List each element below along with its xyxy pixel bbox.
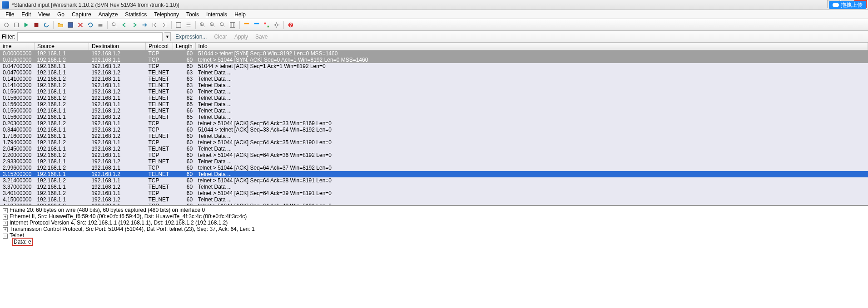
zoom-in-icon[interactable]	[198, 20, 207, 29]
packet-list-header[interactable]: ime Source Destination Protocol Length I…	[0, 43, 868, 50]
options-icon[interactable]	[12, 20, 21, 29]
filter-toolbar: Filter: ▼ Expression... Clear Apply Save	[0, 31, 868, 43]
svg-rect-13	[264, 22, 266, 24]
menu-file[interactable]: File	[2, 10, 18, 19]
packet-row[interactable]: 2.04500000192.168.1.1192.168.1.2TELNET60…	[0, 146, 868, 152]
go-first-icon[interactable]	[150, 20, 159, 29]
packet-row[interactable]: 0.14100000192.168.1.2192.168.1.1TELNET63…	[0, 82, 868, 88]
col-source[interactable]: Source	[34, 43, 89, 50]
menu-analyze[interactable]: Analyze	[95, 10, 122, 19]
packet-row[interactable]: 1.79400000192.168.1.2192.168.1.1TCP60tel…	[0, 139, 868, 146]
col-time[interactable]: ime	[0, 43, 34, 50]
menu-telephony[interactable]: Telephony	[150, 10, 183, 19]
filter-input[interactable]	[17, 32, 163, 41]
tree-tcp[interactable]: Transmission Control Protocol, Src Port:…	[2, 226, 866, 232]
upload-button[interactable]: 拖拽上传	[829, 1, 866, 9]
zoom-out-icon[interactable]	[208, 20, 217, 29]
packet-row[interactable]: 0.04700000192.168.1.1192.168.1.2TELNET63…	[0, 69, 868, 76]
go-back-icon[interactable]	[120, 20, 129, 29]
resize-columns-icon[interactable]	[228, 20, 237, 29]
tree-frame[interactable]: Frame 20: 60 bytes on wire (480 bits), 6…	[2, 207, 866, 213]
packet-detail-pane[interactable]: Frame 20: 60 bytes on wire (480 bits), 6…	[0, 206, 868, 260]
menu-statistics[interactable]: Statistics	[121, 10, 150, 19]
packet-list-pane[interactable]: ime Source Destination Protocol Length I…	[0, 43, 868, 206]
auto-scroll-icon[interactable]	[184, 20, 193, 29]
print-icon[interactable]	[96, 20, 105, 29]
display-filters-icon[interactable]	[252, 20, 261, 29]
close-file-icon[interactable]	[76, 20, 85, 29]
tree-telnet[interactable]: Telnet	[2, 232, 866, 239]
coloring-rules-icon[interactable]	[262, 20, 271, 29]
tree-telnet-data[interactable]: Data: e	[11, 239, 866, 245]
open-file-icon[interactable]	[56, 20, 65, 29]
menu-internals[interactable]: Internals	[203, 10, 231, 19]
restart-capture-icon[interactable]	[42, 20, 51, 29]
packet-row[interactable]: 3.21400000192.168.1.2192.168.1.1TCP60tel…	[0, 177, 868, 184]
expression-button[interactable]: Expression...	[173, 34, 209, 40]
packet-row[interactable]: 2.93300000192.168.1.1192.168.1.2TELNET60…	[0, 158, 868, 165]
reload-icon[interactable]	[86, 20, 95, 29]
col-protocol[interactable]: Protocol	[145, 43, 173, 50]
packet-row[interactable]: 0.00000000192.168.1.1192.168.1.2TCP60510…	[0, 50, 868, 57]
packet-row[interactable]: 0.15600000192.168.1.1192.168.1.2TELNET60…	[0, 88, 868, 95]
packet-row[interactable]: 2.20000000192.168.1.2192.168.1.1TCP60tel…	[0, 152, 868, 158]
apply-button[interactable]: Apply	[232, 34, 251, 40]
zoom-reset-icon[interactable]	[218, 20, 227, 29]
menu-go[interactable]: Go	[54, 10, 68, 19]
packet-row[interactable]: 0.20300000192.168.1.2192.168.1.1TCP60tel…	[0, 120, 868, 127]
svg-point-15	[275, 24, 278, 26]
save-file-icon[interactable]	[66, 20, 75, 29]
find-icon[interactable]	[110, 20, 119, 29]
menu-capture[interactable]: Capture	[68, 10, 95, 19]
expand-icon[interactable]	[3, 208, 8, 213]
packet-row[interactable]: 0.04700000192.168.1.1192.168.1.2TCP60510…	[0, 63, 868, 69]
stop-capture-icon[interactable]	[32, 20, 41, 29]
svg-rect-14	[268, 25, 269, 27]
go-last-icon[interactable]	[160, 20, 169, 29]
menu-help[interactable]: Help	[231, 10, 249, 19]
colorize-icon[interactable]	[174, 20, 183, 29]
packet-row[interactable]: 0.15600000192.168.1.2192.168.1.1TELNET65…	[0, 101, 868, 108]
packet-row[interactable]: 0.14100000192.168.1.2192.168.1.1TELNET63…	[0, 76, 868, 82]
packet-row[interactable]: 2.99600000192.168.1.2192.168.1.1TCP60tel…	[0, 165, 868, 171]
svg-rect-12	[254, 23, 259, 24]
packet-row[interactable]: 4.19700000192.168.1.2192.168.1.1TCP60tel…	[0, 203, 868, 206]
packet-row[interactable]: 1.71600000192.168.1.1192.168.1.2TELNET60…	[0, 133, 868, 139]
expand-icon[interactable]	[3, 221, 8, 226]
col-length[interactable]: Length	[173, 43, 195, 50]
start-capture-icon[interactable]	[22, 20, 31, 29]
interfaces-icon[interactable]	[2, 20, 11, 29]
packet-row[interactable]: 3.40100000192.168.1.2192.168.1.1TCP60tel…	[0, 190, 868, 196]
packet-row[interactable]: 0.15600000192.168.1.2192.168.1.1TELNET82…	[0, 95, 868, 101]
preferences-icon[interactable]	[272, 20, 281, 29]
expand-icon[interactable]	[3, 215, 8, 220]
packet-row[interactable]: 0.15600000192.168.1.1192.168.1.2TELNET66…	[0, 108, 868, 114]
tree-ip[interactable]: Internet Protocol Version 4, Src: 192.16…	[2, 220, 866, 226]
packet-row[interactable]: 0.01600000192.168.1.2192.168.1.1TCP60tel…	[0, 57, 868, 63]
help-icon[interactable]: ?	[286, 20, 295, 29]
menu-tools[interactable]: Tools	[183, 10, 203, 19]
filter-label: Filter:	[2, 34, 15, 40]
window-title: *Standard input [Wireshark 1.10.2 (SVN R…	[12, 2, 179, 8]
tree-ethernet[interactable]: Ethernet II, Src: HuaweiTe_f6:59:40 (00:…	[2, 213, 866, 220]
packet-row[interactable]: 3.15200000192.168.1.1192.168.1.2TELNET60…	[0, 171, 868, 177]
col-destination[interactable]: Destination	[89, 43, 145, 50]
svg-point-5	[112, 22, 115, 25]
packet-row[interactable]: 3.37000000192.168.1.1192.168.1.2TELNET60…	[0, 184, 868, 190]
collapse-icon[interactable]	[3, 234, 8, 239]
capture-filters-icon[interactable]	[242, 20, 251, 29]
menu-view[interactable]: View	[35, 10, 54, 19]
col-info[interactable]: Info	[195, 43, 868, 50]
go-to-icon[interactable]	[140, 20, 149, 29]
packet-row[interactable]: 0.34400000192.168.1.1192.168.1.2TCP60510…	[0, 127, 868, 133]
expand-icon[interactable]	[3, 227, 8, 232]
filter-dropdown-icon[interactable]: ▼	[164, 32, 171, 41]
clear-button[interactable]: Clear	[211, 34, 230, 40]
packet-row[interactable]: 4.15000000192.168.1.1192.168.1.2TELNET60…	[0, 196, 868, 203]
save-filter-button[interactable]: Save	[253, 34, 270, 40]
packet-row[interactable]: 0.15600000192.168.1.1192.168.1.2TELNET65…	[0, 114, 868, 120]
menu-edit[interactable]: Edit	[18, 10, 35, 19]
svg-rect-6	[176, 22, 181, 27]
svg-rect-4	[99, 24, 103, 26]
go-forward-icon[interactable]	[130, 20, 139, 29]
